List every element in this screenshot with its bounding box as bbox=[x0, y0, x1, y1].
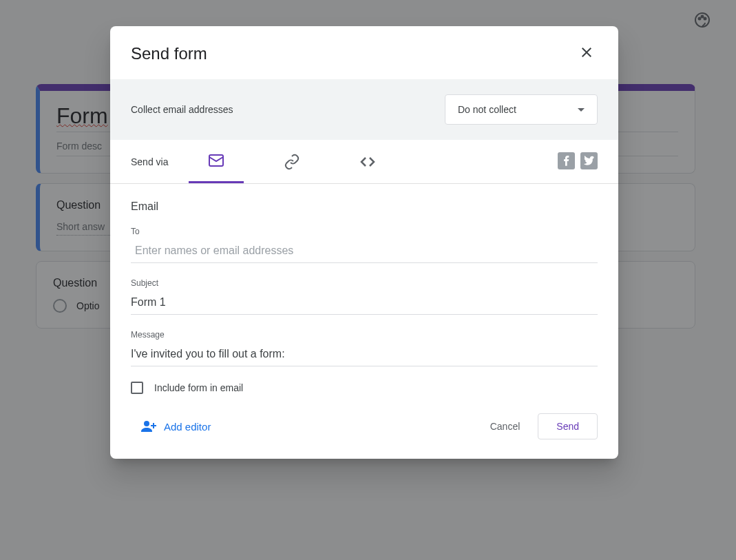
link-icon bbox=[284, 154, 300, 170]
add-editor-button[interactable]: Add editor bbox=[131, 418, 211, 435]
mail-icon bbox=[208, 152, 224, 169]
to-input[interactable] bbox=[131, 239, 598, 263]
person-add-icon bbox=[140, 418, 157, 435]
close-icon bbox=[578, 44, 595, 61]
collect-emails-dropdown[interactable]: Do not collect bbox=[445, 94, 598, 125]
subject-label: Subject bbox=[131, 278, 598, 288]
include-form-label: Include form in email bbox=[154, 382, 243, 393]
svg-point-5 bbox=[144, 421, 149, 426]
facebook-share-button[interactable] bbox=[558, 152, 575, 169]
email-heading: Email bbox=[131, 200, 598, 213]
include-form-checkbox[interactable] bbox=[131, 382, 143, 394]
send-via-label: Send via bbox=[131, 156, 168, 180]
facebook-icon bbox=[561, 156, 572, 167]
send-button[interactable]: Send bbox=[538, 413, 598, 439]
chevron-down-icon bbox=[578, 108, 585, 112]
message-input[interactable] bbox=[131, 342, 598, 366]
twitter-share-button[interactable] bbox=[580, 152, 598, 169]
dropdown-selected: Do not collect bbox=[458, 104, 516, 115]
collect-emails-label: Collect email addresses bbox=[131, 104, 233, 115]
dialog-title: Send form bbox=[131, 44, 207, 63]
tab-email[interactable] bbox=[189, 152, 244, 183]
cancel-button[interactable]: Cancel bbox=[483, 414, 527, 439]
message-label: Message bbox=[131, 330, 598, 340]
tab-link[interactable] bbox=[264, 154, 319, 183]
send-form-dialog: Send form Collect email addresses Do not… bbox=[110, 26, 618, 459]
to-label: To bbox=[131, 227, 598, 236]
add-editor-label: Add editor bbox=[164, 421, 211, 433]
close-button[interactable] bbox=[576, 41, 598, 65]
twitter-icon bbox=[584, 156, 595, 167]
embed-icon bbox=[359, 154, 376, 170]
subject-input[interactable] bbox=[131, 291, 598, 315]
tab-embed[interactable] bbox=[340, 154, 395, 183]
